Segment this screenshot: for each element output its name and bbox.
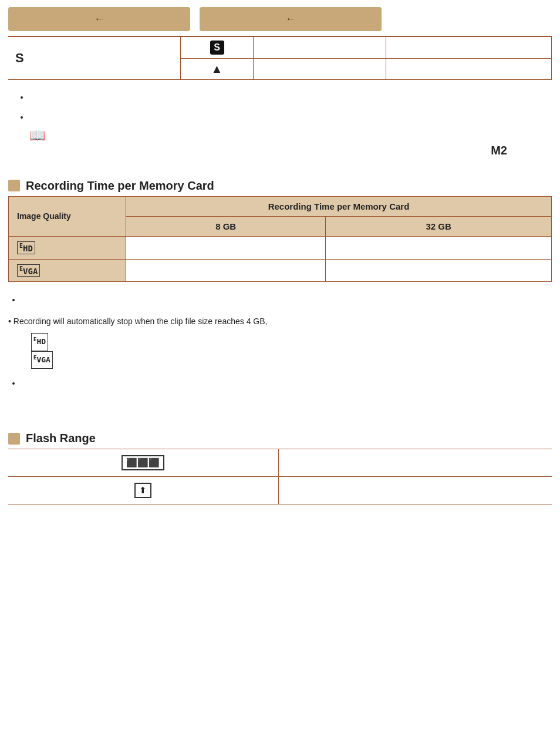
col3-val2 [254, 59, 386, 80]
recording-section-heading: Recording Time per Memory Card [0, 169, 560, 196]
vga-8gb-val [126, 259, 326, 282]
table-row-vga: EVGA [9, 259, 552, 282]
stop-note: • Recording will automatically stop when… [0, 314, 560, 328]
signal-icon: ▲ [211, 62, 223, 75]
m2-label: M2 [491, 140, 507, 160]
body-note-1 [21, 292, 552, 307]
back-button-1[interactable]: ← [8, 7, 190, 31]
signal-icon-cell: ▲ [180, 59, 253, 80]
note-item-1 [29, 90, 542, 105]
recording-table: Image Quality Recording Time per Memory … [8, 196, 552, 282]
8gb-header: 8 GB [126, 216, 326, 236]
flash-row-2: ⬆ [8, 477, 552, 504]
hd-icon-cell: EHD [9, 236, 126, 259]
section-icon-flash [8, 433, 20, 445]
col4-val1 [386, 36, 551, 59]
body-notes-list-2 [8, 376, 552, 391]
flash-heading-text: Flash Range [26, 432, 96, 445]
s-icon: S [210, 41, 224, 55]
body-notes-list [8, 292, 552, 307]
rec-time-header: Recording Time per Memory Card [126, 196, 552, 216]
vga-icon: EVGA [17, 264, 40, 277]
hd-8gb-val [126, 236, 326, 259]
flash-table-wrap: ⬛⬛⬛ ⬆ [0, 449, 560, 516]
flash-row-1: ⬛⬛⬛ [8, 449, 552, 477]
table-row: S S [8, 36, 552, 59]
body-notes [0, 288, 560, 314]
body-note-3 [21, 376, 552, 391]
32gb-header: 32 GB [326, 216, 552, 236]
top-table: S S ▲ [8, 36, 552, 80]
section-icon-recording [8, 180, 20, 191]
top-section: S S ▲ [0, 36, 560, 80]
vga-inline-icon: EVGA [31, 351, 53, 369]
book-icon: 📖 [29, 124, 45, 146]
flash-val-1 [278, 449, 552, 477]
col3-val1 [254, 36, 386, 59]
hd-32gb-val [326, 236, 552, 259]
recording-table-wrap: Image Quality Recording Time per Memory … [0, 196, 560, 288]
note-item-2: 📖 [29, 110, 542, 146]
size-label: S [8, 36, 180, 80]
vga-32gb-val [326, 259, 552, 282]
hd-vga-note-line: EHD EVGA [0, 328, 560, 371]
flash-table: ⬛⬛⬛ ⬆ [8, 449, 552, 504]
back-button-2[interactable]: ← [200, 7, 382, 31]
hd-inline-icon: EHD [31, 333, 48, 351]
flash-single-icon: ⬆ [134, 483, 151, 498]
stop-note-text: • Recording will automatically stop when… [8, 317, 267, 326]
notes-section: 📖 M2 [0, 86, 560, 151]
hd-icon: EHD [17, 241, 35, 254]
flash-val-2 [278, 477, 552, 504]
notes-list: 📖 [18, 90, 542, 146]
vga-icon-cell: EVGA [9, 259, 126, 282]
col4-val2 [386, 59, 551, 80]
flash-section-heading: Flash Range [0, 421, 560, 449]
flash-icon-2: ⬆ [8, 477, 278, 504]
s-icon-cell: S [180, 36, 253, 59]
table-header-row-1: Image Quality Recording Time per Memory … [9, 196, 552, 216]
nav-buttons: ← ← [0, 0, 560, 36]
table-row-hd: EHD [9, 236, 552, 259]
recording-heading-text: Recording Time per Memory Card [26, 179, 214, 193]
body-notes-2 [0, 371, 560, 398]
flash-icon-1: ⬛⬛⬛ [8, 449, 278, 477]
flash-multi-icon: ⬛⬛⬛ [122, 455, 164, 470]
iq-header: Image Quality [9, 196, 126, 236]
